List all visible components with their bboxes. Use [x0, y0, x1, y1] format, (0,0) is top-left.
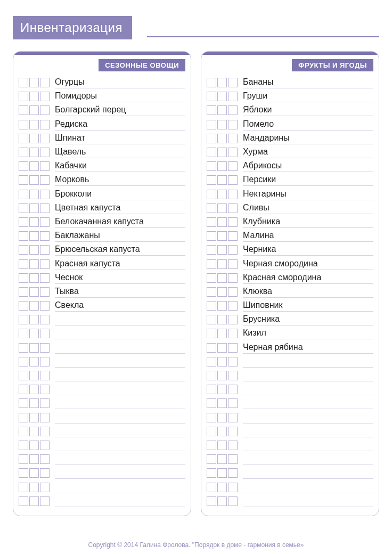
checkbox[interactable]	[29, 217, 39, 227]
checkbox[interactable]	[29, 496, 39, 506]
checkbox[interactable]	[19, 273, 28, 283]
checkbox[interactable]	[207, 190, 216, 199]
checkbox[interactable]	[228, 329, 238, 338]
checkbox[interactable]	[207, 273, 216, 283]
checkbox[interactable]	[207, 161, 216, 171]
checkbox[interactable]	[217, 385, 227, 394]
checkbox[interactable]	[29, 398, 39, 408]
checkbox[interactable]	[217, 148, 227, 157]
checkbox[interactable]	[228, 259, 238, 269]
checkbox[interactable]	[228, 134, 238, 143]
checkbox[interactable]	[207, 357, 216, 366]
checkbox[interactable]	[29, 259, 39, 269]
checkbox[interactable]	[207, 343, 216, 353]
checkbox[interactable]	[228, 217, 238, 227]
checkbox[interactable]	[228, 245, 238, 255]
checkbox[interactable]	[19, 259, 28, 269]
checkbox[interactable]	[228, 231, 238, 241]
checkbox[interactable]	[29, 413, 39, 422]
checkbox[interactable]	[40, 413, 50, 422]
checkbox[interactable]	[19, 245, 28, 255]
checkbox[interactable]	[207, 175, 216, 185]
checkbox[interactable]	[29, 78, 39, 87]
checkbox[interactable]	[29, 343, 39, 353]
checkbox[interactable]	[19, 413, 28, 422]
checkbox[interactable]	[207, 398, 216, 408]
checkbox[interactable]	[217, 92, 227, 101]
checkbox[interactable]	[40, 398, 50, 408]
checkbox[interactable]	[19, 120, 28, 129]
checkbox[interactable]	[40, 161, 50, 171]
checkbox[interactable]	[207, 231, 216, 241]
checkbox[interactable]	[29, 203, 39, 213]
checkbox[interactable]	[40, 259, 50, 269]
checkbox[interactable]	[207, 301, 216, 311]
checkbox[interactable]	[207, 454, 216, 464]
checkbox[interactable]	[217, 496, 227, 506]
checkbox[interactable]	[40, 245, 50, 255]
checkbox[interactable]	[217, 161, 227, 171]
checkbox[interactable]	[29, 105, 39, 115]
checkbox[interactable]	[29, 161, 39, 171]
checkbox[interactable]	[228, 148, 238, 157]
checkbox[interactable]	[217, 371, 227, 380]
checkbox[interactable]	[217, 301, 227, 311]
checkbox[interactable]	[207, 468, 216, 478]
checkbox[interactable]	[217, 357, 227, 366]
checkbox[interactable]	[207, 315, 216, 324]
checkbox[interactable]	[228, 105, 238, 115]
checkbox[interactable]	[40, 301, 50, 311]
checkbox[interactable]	[207, 92, 216, 101]
checkbox[interactable]	[217, 217, 227, 227]
checkbox[interactable]	[207, 78, 216, 87]
checkbox[interactable]	[29, 329, 39, 338]
checkbox[interactable]	[40, 441, 50, 450]
checkbox[interactable]	[228, 287, 238, 297]
checkbox[interactable]	[217, 287, 227, 297]
checkbox[interactable]	[40, 120, 50, 129]
checkbox[interactable]	[29, 287, 39, 297]
checkbox[interactable]	[19, 385, 28, 394]
checkbox[interactable]	[19, 483, 28, 492]
checkbox[interactable]	[217, 398, 227, 408]
checkbox[interactable]	[228, 413, 238, 422]
checkbox[interactable]	[40, 357, 50, 366]
checkbox[interactable]	[19, 454, 28, 464]
checkbox[interactable]	[29, 315, 39, 324]
checkbox[interactable]	[29, 190, 39, 199]
checkbox[interactable]	[29, 120, 39, 129]
checkbox[interactable]	[40, 217, 50, 227]
checkbox[interactable]	[29, 273, 39, 283]
checkbox[interactable]	[217, 468, 227, 478]
checkbox[interactable]	[40, 427, 50, 436]
checkbox[interactable]	[207, 483, 216, 492]
checkbox[interactable]	[29, 483, 39, 492]
checkbox[interactable]	[19, 231, 28, 241]
checkbox[interactable]	[217, 78, 227, 87]
checkbox[interactable]	[207, 245, 216, 255]
checkbox[interactable]	[19, 287, 28, 297]
checkbox[interactable]	[207, 385, 216, 394]
checkbox[interactable]	[40, 454, 50, 464]
checkbox[interactable]	[40, 273, 50, 283]
checkbox[interactable]	[40, 175, 50, 185]
checkbox[interactable]	[207, 413, 216, 422]
checkbox[interactable]	[29, 92, 39, 101]
checkbox[interactable]	[207, 120, 216, 129]
checkbox[interactable]	[217, 273, 227, 283]
checkbox[interactable]	[217, 231, 227, 241]
checkbox[interactable]	[19, 161, 28, 171]
checkbox[interactable]	[40, 134, 50, 143]
checkbox[interactable]	[217, 190, 227, 199]
checkbox[interactable]	[217, 427, 227, 436]
checkbox[interactable]	[19, 329, 28, 338]
checkbox[interactable]	[19, 427, 28, 436]
checkbox[interactable]	[19, 78, 28, 87]
checkbox[interactable]	[217, 329, 227, 338]
checkbox[interactable]	[228, 441, 238, 450]
checkbox[interactable]	[228, 385, 238, 394]
checkbox[interactable]	[40, 78, 50, 87]
checkbox[interactable]	[19, 496, 28, 506]
checkbox[interactable]	[29, 148, 39, 157]
checkbox[interactable]	[29, 454, 39, 464]
